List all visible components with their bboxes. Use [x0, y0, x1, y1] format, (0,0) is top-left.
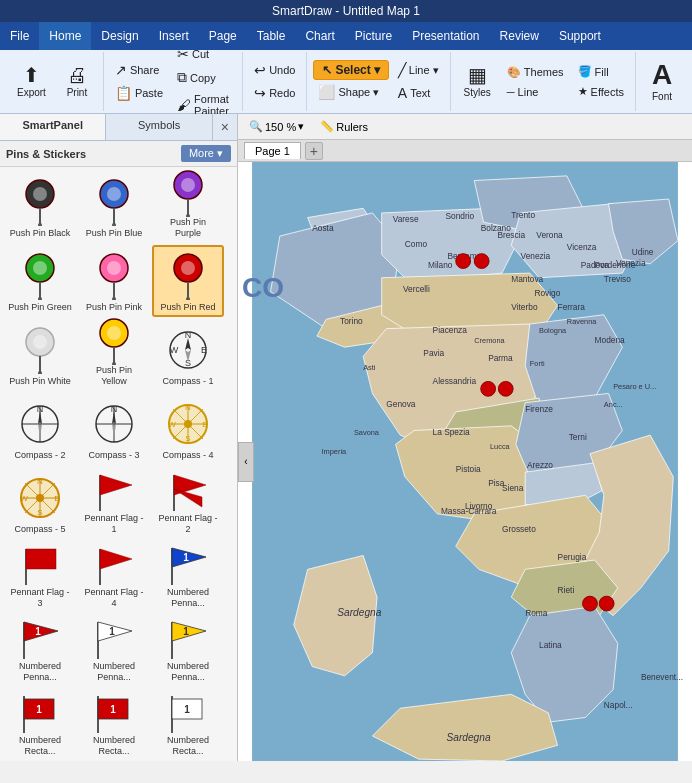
- symbol-item-push-pin-purple[interactable]: Push Pin Purple: [152, 171, 224, 243]
- menu-item-design[interactable]: Design: [91, 22, 148, 50]
- zoom-button[interactable]: 🔍 150 % ▾: [244, 118, 309, 135]
- symbol-item-compass-5[interactable]: N S W E Compass - 5: [4, 467, 76, 539]
- symbol-item-push-pin-blue[interactable]: Push Pin Blue: [78, 171, 150, 243]
- menu-item-picture[interactable]: Picture: [345, 22, 402, 50]
- svg-point-25: [33, 335, 47, 349]
- page-1-tab[interactable]: Page 1: [244, 142, 301, 159]
- print-button[interactable]: 🖨 Print: [57, 61, 97, 102]
- redo-button[interactable]: ↪ Redo: [249, 82, 300, 104]
- symbol-item-compass-4[interactable]: N S W E Compass - 4: [152, 393, 224, 465]
- line-text-col: ╱ Line ▾ A Text: [393, 59, 444, 104]
- compass-4-label: Compass - 4: [162, 450, 213, 461]
- add-page-button[interactable]: +: [305, 142, 323, 160]
- more-button[interactable]: More ▾: [181, 145, 231, 162]
- effects-button[interactable]: ★ Effects: [573, 82, 629, 101]
- menu-item-support[interactable]: Support: [549, 22, 611, 50]
- menu-item-review[interactable]: Review: [490, 22, 549, 50]
- rulers-icon: 📏: [320, 120, 334, 133]
- themes-button[interactable]: 🎨 Themes: [502, 63, 569, 82]
- line-style-icon: ─: [507, 86, 515, 98]
- push-pin-yellow-label: Push Pin Yellow: [82, 365, 146, 387]
- svg-marker-50: [112, 424, 116, 438]
- push-pin-pink-label: Push Pin Pink: [86, 302, 142, 313]
- svg-point-3: [38, 223, 42, 226]
- symbol-item-push-pin-white[interactable]: Push Pin White: [4, 319, 76, 391]
- symbols-grid: Push Pin Black Push Pin Blue Push Pin Pu…: [0, 167, 237, 761]
- symbol-item-push-pin-pink[interactable]: Push Pin Pink: [78, 245, 150, 317]
- font-icon: A: [652, 61, 672, 89]
- symbol-item-push-pin-green[interactable]: Push Pin Green: [4, 245, 76, 317]
- svg-point-27: [38, 371, 42, 374]
- svg-text:W: W: [170, 345, 179, 355]
- svg-text:Terni: Terni: [569, 432, 587, 442]
- symbol-item-pennant-flag-2[interactable]: Pennant Flag - 2: [152, 467, 224, 539]
- symbol-item-pennant-flag-4[interactable]: Pennant Flag - 4: [78, 541, 150, 613]
- symbol-item-push-pin-red[interactable]: Push Pin Red: [152, 245, 224, 317]
- svg-text:W: W: [168, 420, 176, 429]
- paste-button[interactable]: 📋 Paste: [110, 82, 168, 104]
- svg-text:Rovigo: Rovigo: [534, 288, 560, 298]
- fill-button[interactable]: 🪣 Fill: [573, 62, 629, 81]
- menu-item-file[interactable]: File: [0, 22, 39, 50]
- symbol-item-push-pin-black[interactable]: Push Pin Black: [4, 171, 76, 243]
- smartpanel-tab[interactable]: SmartPanel: [0, 114, 106, 140]
- symbol-item-numbered-recta-2[interactable]: 1 Numbered Recta...: [78, 689, 150, 761]
- menu-item-presentation[interactable]: Presentation: [402, 22, 489, 50]
- symbol-item-numbered-penna-1[interactable]: 1 Numbered Penna...: [152, 541, 224, 613]
- svg-marker-84: [24, 622, 58, 641]
- svg-text:Genova: Genova: [386, 399, 416, 409]
- line-button[interactable]: ╱ Line ▾: [393, 59, 444, 81]
- select-dropdown-icon: ▾: [374, 63, 380, 77]
- svg-marker-44: [38, 424, 42, 438]
- compass-5-label: Compass - 5: [14, 524, 65, 535]
- menu-item-home[interactable]: Home: [39, 22, 91, 50]
- symbol-item-numbered-recta-3[interactable]: 1 Numbered Recta...: [152, 689, 224, 761]
- symbol-item-numbered-penna-3[interactable]: 1 Numbered Penna...: [78, 615, 150, 687]
- symbol-item-numbered-recta-1[interactable]: 1 Numbered Recta...: [4, 689, 76, 761]
- symbol-item-compass-1[interactable]: N S W E Compass - 1: [152, 319, 224, 391]
- export-button[interactable]: ⬆ Export: [10, 61, 53, 102]
- copy-button[interactable]: ⧉ Copy: [172, 66, 236, 89]
- text-button[interactable]: A Text: [393, 82, 444, 104]
- line-style-button[interactable]: ─ Line: [502, 83, 569, 101]
- symbol-item-pennant-flag-1[interactable]: Pennant Flag - 1: [78, 467, 150, 539]
- pennant-flag-3-icon: [18, 543, 62, 587]
- shape-button[interactable]: ⬜ Shape ▾: [313, 81, 388, 103]
- symbol-item-pennant-flag-3[interactable]: Pennant Flag - 3: [4, 541, 76, 613]
- canvas[interactable]: .region { stroke: white; stroke-width: 0…: [238, 162, 692, 761]
- svg-point-188: [481, 381, 496, 396]
- svg-text:Bologna: Bologna: [539, 326, 567, 335]
- share-button[interactable]: ↗ Share: [110, 59, 168, 81]
- numbered-penna-2-label: Numbered Penna...: [8, 661, 72, 683]
- symbol-item-numbered-penna-2[interactable]: 1 Numbered Penna...: [4, 615, 76, 687]
- symbol-item-numbered-penna-4[interactable]: 1 Numbered Penna...: [152, 615, 224, 687]
- scroll-left-button[interactable]: ‹: [238, 442, 254, 482]
- svg-text:Anc...: Anc...: [604, 400, 623, 409]
- compass-2-icon: N: [18, 397, 62, 450]
- select-button[interactable]: ↖ Select ▾: [313, 60, 388, 80]
- font-button[interactable]: A Font: [642, 57, 682, 106]
- symbol-item-compass-2[interactable]: N Compass - 2: [4, 393, 76, 465]
- panel-close-button[interactable]: ×: [213, 114, 237, 140]
- rulers-button[interactable]: 📏 Rulers: [315, 118, 373, 135]
- symbol-item-compass-3[interactable]: N Compass - 3: [78, 393, 150, 465]
- svg-text:Alessandria: Alessandria: [433, 376, 477, 386]
- symbol-item-push-pin-yellow[interactable]: Push Pin Yellow: [78, 319, 150, 391]
- push-pin-red-label: Push Pin Red: [160, 302, 215, 313]
- svg-text:S: S: [185, 434, 190, 443]
- push-pin-pink-icon: [92, 249, 136, 302]
- text-icon: A: [398, 85, 407, 101]
- menu-item-table[interactable]: Table: [247, 22, 296, 50]
- copy-icon: ⧉: [177, 69, 187, 86]
- svg-text:E: E: [201, 345, 207, 355]
- symbols-tab[interactable]: Symbols: [106, 114, 212, 140]
- undo-button[interactable]: ↩ Undo: [249, 59, 300, 81]
- cut-button[interactable]: ✂ Cut: [172, 43, 236, 65]
- ribbon-group-file: ⬆ Export 🖨 Print: [4, 52, 104, 111]
- styles-icon: ▦: [468, 65, 487, 85]
- compass-1-label: Compass - 1: [162, 376, 213, 387]
- menu-item-chart[interactable]: Chart: [295, 22, 344, 50]
- format-painter-icon: 🖌: [177, 97, 191, 113]
- ribbon-group-share: ↗ Share 📋 Paste ✂ Cut ⧉ Copy 🖌 Format Pa…: [104, 52, 243, 111]
- styles-button[interactable]: ▦ Styles: [457, 61, 498, 102]
